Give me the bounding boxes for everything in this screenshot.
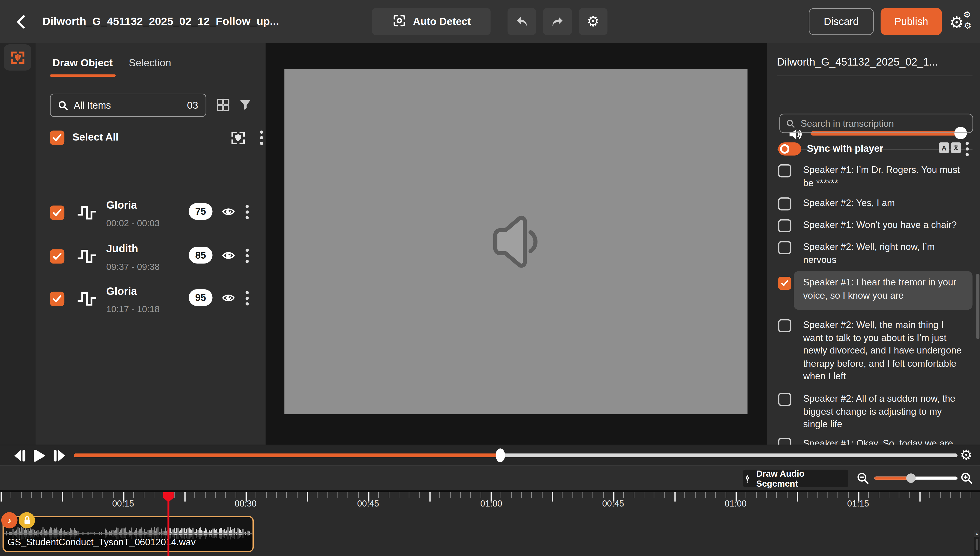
select-all-label: Select All [73,131,118,143]
transcript-checkbox[interactable] [778,197,791,210]
step-forward-icon[interactable] [53,449,66,464]
ruler-line [0,490,980,492]
seek-bar[interactable] [74,454,957,457]
object-time-range: 00:02 - 00:03 [106,218,159,228]
transcript-checkbox[interactable] [778,241,791,254]
shield-frame-icon [9,49,26,66]
detect-all-icon[interactable] [230,129,247,149]
transcript-checkbox[interactable] [778,393,791,406]
search-icon [786,119,795,128]
grid-view-icon[interactable] [215,97,231,115]
audio-segment-icon [77,247,97,267]
auto-detect-label: Auto Detect [413,16,471,27]
sync-row: Sync with player A [767,142,980,159]
top-bar: Dilworth_G_451132_2025_02_12_Follow_up..… [0,0,980,43]
items-filter-input[interactable]: All Items 03 [50,94,206,117]
zoom-out-icon[interactable] [857,472,869,486]
draw-audio-segment-button[interactable]: Draw Audio Segement [743,470,848,487]
search-icon [58,100,68,110]
time-label: 00:30 [235,498,257,508]
draw-audio-segment-label: Draw Audio Segement [756,469,848,488]
time-label: 00:45 [602,498,624,508]
redaction-tool-button[interactable] [4,44,31,71]
visibility-eye-icon[interactable] [221,205,236,221]
transcript-checkbox[interactable] [778,319,791,332]
publish-label: Publish [894,16,928,27]
focus-frame-icon [392,13,407,30]
document-title: Dilworth_G_451132_2025_02_12_Follow_up..… [43,0,279,43]
seek-thumb[interactable] [496,448,505,462]
transcript-checkbox[interactable] [778,164,791,177]
advanced-settings-button[interactable]: ⚙ ⚙ ⚙ [949,8,976,35]
timeline[interactable]: 00:15 00:30 00:45 01:00 00:45 01:00 01:1… [0,490,980,556]
filter-icon[interactable] [239,98,252,113]
player-stage [266,43,767,445]
step-back-icon[interactable] [14,449,26,464]
scroll-up-icon[interactable]: ▲ [974,530,980,537]
media-title: Dilworth_G_451132_2025_02_1... [777,56,938,69]
tab-draw-object[interactable]: Draw Object [53,57,113,69]
object-menu-icon[interactable] [246,205,248,219]
settings-button[interactable]: ⚙ [579,8,607,35]
visibility-eye-icon[interactable] [221,292,236,307]
redo-button[interactable] [543,8,572,35]
player-settings-gear-icon[interactable]: ⚙ [960,447,972,464]
transcript-scrollbar[interactable] [976,274,979,339]
audio-segment-icon [77,290,97,310]
timeline-zoom-thumb[interactable] [906,474,916,483]
items-filter-value: All Items [74,100,181,111]
transcript-checkbox[interactable] [778,219,791,232]
transcription-search-input[interactable]: Search in transcription [779,114,973,133]
time-label: 00:45 [357,498,379,508]
transcript-text: Speaker #1: Okay. So, today we are [803,437,966,444]
transcript-text: Speaker #2: Well, right now, I’m nervous [803,241,966,266]
object-checkbox[interactable] [50,249,64,263]
object-menu-icon[interactable] [246,291,248,305]
visibility-eye-icon[interactable] [221,249,236,264]
timeline-zoom-slider[interactable] [874,477,957,480]
speaker-icon [475,201,556,285]
object-row[interactable]: Judith 09:37 - 09:38 85 [36,239,266,281]
clip-badges: ♪ [1,512,35,529]
time-label: 00:15 [112,498,134,508]
confidence-badge: 95 [189,289,212,306]
undo-button[interactable] [508,8,536,35]
object-name: Gloria [106,285,137,298]
undo-icon [515,15,529,28]
object-row[interactable]: Gloria 10:17 - 10:18 95 [36,281,266,324]
transcript-text: Speaker #1: I’m Dr. Rogers. You must be … [803,164,966,189]
timeline-scrollbar[interactable]: ▲ [974,530,980,556]
back-icon[interactable] [14,14,30,30]
tab-selection[interactable]: Selection [129,57,171,69]
playhead-line[interactable] [167,492,169,556]
object-menu-icon[interactable] [246,249,248,263]
audio-clip[interactable]: GS_StudentConduct_TysonT_06012014.wav [3,516,254,552]
object-time-range: 10:17 - 10:18 [106,304,159,314]
select-all-menu-icon[interactable] [260,131,263,145]
transcript-checkbox[interactable] [778,438,791,445]
objects-panel: Draw Object Selection All Items 03 Selec… [36,43,266,445]
redaction-studio-app: Dilworth_G_451132_2025_02_12_Follow_up..… [0,0,980,556]
object-checkbox[interactable] [50,292,64,306]
sync-toggle[interactable] [778,142,801,155]
sync-label: Sync with player [807,143,884,154]
transcript-text: Speaker #1: I hear the tremor in your vo… [803,276,966,301]
zoom-in-icon[interactable] [961,472,973,486]
publish-button[interactable]: Publish [881,8,942,35]
object-row[interactable]: Gloria 00:02 - 00:03 75 [36,195,266,238]
discard-button[interactable]: Discard [809,8,874,35]
transcript-text: Speaker #2: Yes, I am [803,197,966,209]
music-note-icon: ♪ [1,512,18,529]
pen-icon [743,474,752,483]
auto-detect-button[interactable]: Auto Detect [372,8,491,35]
select-all-checkbox[interactable] [50,131,64,145]
timeline-toolbar: Draw Audio Segement [0,465,980,490]
transcript-checkbox[interactable] [778,277,791,290]
transcript-menu-icon[interactable] [966,142,969,156]
playback-bar: ⚙ [0,445,980,465]
translate-icon[interactable]: A [939,142,961,153]
object-checkbox[interactable] [50,205,64,220]
play-icon[interactable] [34,449,45,464]
seek-progress [74,454,500,457]
transcription-panel: Dilworth_G_451132_2025_02_1... Search in… [767,43,980,445]
